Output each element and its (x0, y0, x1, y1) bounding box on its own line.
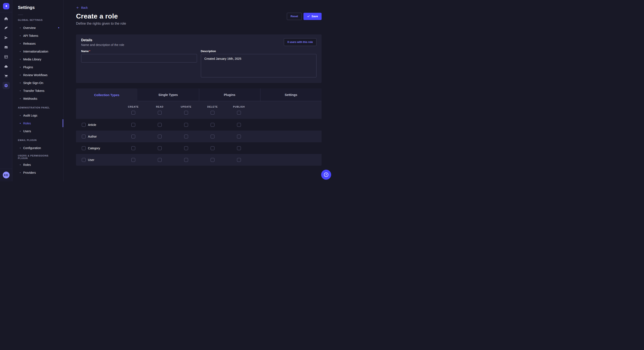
rail-nav-home[interactable] (2, 15, 10, 22)
bullet-icon (20, 115, 21, 116)
select-all-create-checkbox[interactable] (132, 111, 135, 115)
permission-cell (120, 158, 146, 162)
permission-cell (120, 146, 146, 150)
sidebar-item-users[interactable]: Users (12, 127, 63, 135)
row-article-read-checkbox[interactable] (158, 123, 162, 127)
row-author-publish-checkbox[interactable] (237, 135, 241, 138)
required-asterisk: * (89, 49, 90, 53)
row-category-publish-checkbox[interactable] (237, 146, 241, 150)
tab-collection-types[interactable]: Collection Types (76, 88, 137, 101)
name-label: Name (81, 49, 88, 53)
cart-icon (4, 74, 8, 78)
permission-cell (199, 158, 226, 162)
sidebar-section-header: ADMINISTRATION PANEL (12, 105, 63, 110)
rail-nav-deploy[interactable] (2, 34, 10, 41)
arrow-left-icon (76, 6, 80, 9)
page-subtitle: Define the rights given to the role (76, 22, 322, 25)
sidebar-item-label: Internationalization (23, 50, 48, 53)
permissions-header-row: CREATEREADUPDATEDELETEPUBLISH (76, 101, 322, 119)
sidebar-item-providers[interactable]: Providers (12, 169, 63, 176)
rail-nav-cloud[interactable] (2, 63, 10, 70)
tab-single-types[interactable]: Single Types (137, 88, 199, 101)
permission-cell (226, 158, 252, 162)
avatar[interactable]: KD (3, 172, 10, 178)
feather-icon (4, 26, 8, 30)
sidebar-item-webhooks[interactable]: Webhooks (12, 95, 63, 103)
permissions-tabs: Collection TypesSingle TypesPluginsSetti… (76, 88, 322, 101)
select-all-publish-checkbox[interactable] (237, 111, 241, 115)
row-author-select-checkbox[interactable] (82, 135, 86, 138)
back-link[interactable]: Back (76, 6, 88, 9)
main-nav-rail: KD (0, 0, 12, 181)
row-name-cell: Category (76, 146, 120, 150)
row-author-delete-checkbox[interactable] (210, 135, 214, 138)
row-user-publish-checkbox[interactable] (237, 158, 241, 162)
row-user-delete-checkbox[interactable] (210, 158, 214, 162)
row-name-cell: Author (76, 135, 120, 138)
sidebar-item-plugins[interactable]: Plugins (12, 63, 63, 71)
sidebar-divider (18, 15, 23, 15)
settings-sidebar: Settings GLOBAL SETTINGSOverviewAPI Toke… (12, 0, 64, 181)
select-all-delete-checkbox[interactable] (210, 111, 214, 115)
row-category-read-checkbox[interactable] (158, 146, 162, 150)
sidebar-item-media-library[interactable]: Media Library (12, 55, 63, 63)
content-type-label: User (88, 158, 94, 162)
sidebar-item-single-sign-on[interactable]: Single Sign-On (12, 79, 63, 87)
reset-button[interactable]: Reset (287, 13, 302, 20)
row-category-update-checkbox[interactable] (184, 146, 188, 150)
sidebar-item-label: Configuration (23, 146, 41, 150)
sidebar-item-internationalization[interactable]: Internationalization (12, 47, 63, 55)
sidebar-section-header: USERS & PERMISSIONS PLUGIN (12, 155, 63, 159)
row-author-update-checkbox[interactable] (184, 135, 188, 138)
tab-settings[interactable]: Settings (260, 88, 322, 101)
sidebar-item-overview[interactable]: Overview (12, 24, 63, 32)
row-author-read-checkbox[interactable] (158, 135, 162, 138)
description-input[interactable]: Created January 16th, 2025 (201, 54, 317, 77)
permission-row-author: Author (76, 131, 322, 142)
row-article-delete-checkbox[interactable] (210, 123, 214, 127)
row-article-create-checkbox[interactable] (132, 123, 135, 127)
row-article-select-checkbox[interactable] (82, 123, 86, 127)
save-button[interactable]: Save (304, 13, 322, 20)
permissions-panel: CREATEREADUPDATEDELETEPUBLISH ArticleAut… (76, 101, 322, 166)
permission-cell (199, 123, 226, 127)
sidebar-item-releases[interactable]: Releases (12, 39, 63, 47)
sidebar-item-audit-logs[interactable]: Audit Logs (12, 111, 63, 119)
rail-nav-marketplace[interactable] (2, 72, 10, 80)
row-user-create-checkbox[interactable] (132, 158, 135, 162)
row-category-delete-checkbox[interactable] (210, 146, 214, 150)
row-user-read-checkbox[interactable] (158, 158, 162, 162)
row-user-update-checkbox[interactable] (184, 158, 188, 162)
rail-nav-media-library[interactable] (2, 44, 10, 51)
permission-cell (173, 146, 199, 150)
sidebar-item-roles[interactable]: Roles (12, 119, 63, 127)
select-all-read-checkbox[interactable] (158, 111, 162, 115)
tab-plugins[interactable]: Plugins (199, 88, 260, 101)
reset-label: Reset (290, 15, 298, 18)
row-article-update-checkbox[interactable] (184, 123, 188, 127)
row-category-select-checkbox[interactable] (82, 146, 86, 150)
permission-row-article: Article (76, 119, 322, 131)
row-category-create-checkbox[interactable] (132, 146, 135, 150)
rail-nav-settings[interactable] (2, 82, 10, 89)
permission-cell (146, 123, 173, 127)
users-with-role-button[interactable]: 0 users with this role (284, 38, 316, 46)
row-author-create-checkbox[interactable] (132, 135, 135, 138)
strapi-logo-icon[interactable] (3, 3, 9, 9)
sidebar-item-api-tokens[interactable]: API Tokens (12, 32, 63, 39)
select-all-update-checkbox[interactable] (184, 111, 188, 115)
description-label: Description (201, 49, 216, 53)
rail-nav-content-manager[interactable] (2, 24, 10, 32)
sidebar-item-label: Single Sign-On (23, 81, 43, 85)
sidebar-item-configuration[interactable]: Configuration (12, 144, 63, 152)
help-button[interactable]: ? (321, 170, 331, 180)
sidebar-item-transfer-tokens[interactable]: Transfer Tokens (12, 87, 63, 95)
sidebar-item-roles[interactable]: Roles (12, 161, 63, 169)
rail-nav-content-type-builder[interactable] (2, 53, 10, 60)
save-label: Save (312, 15, 318, 18)
sidebar-item-review-workflows[interactable]: Review Workflows (12, 71, 63, 79)
name-input[interactable] (81, 54, 197, 62)
row-article-publish-checkbox[interactable] (237, 123, 241, 127)
details-subtitle: Name and description of the role (81, 43, 124, 47)
row-user-select-checkbox[interactable] (82, 158, 86, 162)
